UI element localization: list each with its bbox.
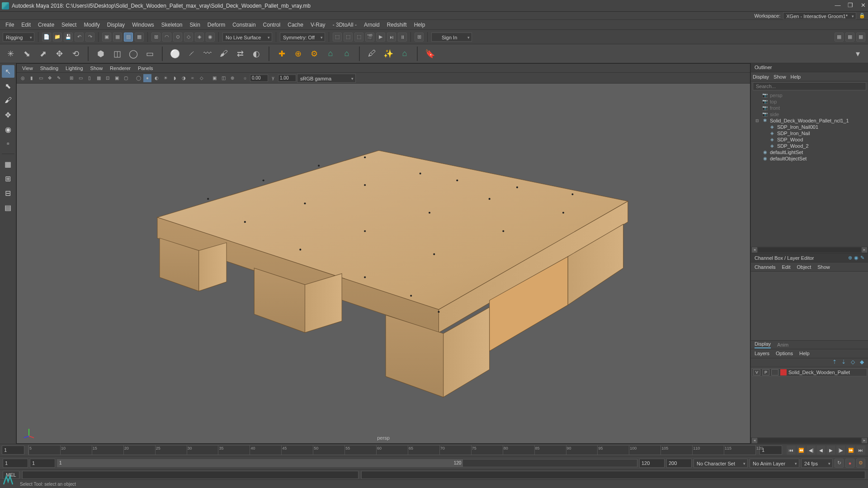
shelf-expand-icon[interactable]: ▾ [851, 47, 864, 61]
symmetry-dropdown[interactable]: Symmetry: Off [280, 33, 325, 42]
step-back-key-button[interactable]: ⏪ [797, 446, 806, 455]
vp-menu-show[interactable]: Show [87, 65, 107, 72]
vp-wireframe-icon[interactable]: ◯ [134, 74, 142, 82]
goto-end-button[interactable]: ⏭ [856, 446, 865, 455]
layer-new-selected-icon[interactable]: ◆ [858, 359, 865, 366]
select-component-button[interactable]: ▨ [124, 33, 133, 42]
vp-aa-icon[interactable]: ◇ [198, 74, 206, 82]
menu-modify[interactable]: Modify [80, 20, 103, 29]
vp-menu-shading[interactable]: Shading [37, 65, 62, 72]
layer-movedown-icon[interactable]: ⇣ [840, 359, 847, 366]
scale-tool-button[interactable]: ▫ [2, 137, 14, 150]
command-input[interactable] [22, 471, 359, 479]
outliner-item[interactable]: ◈SDP_Iron_Nail [753, 130, 866, 136]
layout-custom-button[interactable]: ▤ [2, 201, 14, 214]
snap-grid-button[interactable]: ⊞ [151, 33, 160, 42]
layer-name[interactable]: Solid_Deck_Wooden_Pallet [788, 370, 850, 375]
outliner-menu-help[interactable]: Help [791, 74, 801, 80]
ipr-render-button[interactable]: ⏯ [387, 33, 396, 42]
toggle-channelbox-button[interactable]: ▦ [835, 33, 844, 42]
outliner-item[interactable]: ◈SDP_Wood [753, 136, 866, 143]
shelf-paint-weight-icon[interactable]: 🖌 [217, 47, 231, 61]
vp-resolution-gate-icon[interactable]: ▯ [85, 74, 94, 82]
channelbox-icon-1[interactable]: ⊕ [848, 255, 852, 261]
fps-dropdown[interactable]: 24 fps [801, 459, 833, 468]
snap-live-button[interactable]: ◈ [195, 33, 204, 42]
rotate-tool-button[interactable]: ◉ [2, 123, 14, 136]
menu-arnold[interactable]: Arnold [360, 20, 383, 29]
vp-image-plane-icon[interactable]: ▭ [37, 74, 45, 82]
ch-menu-object[interactable]: Object [797, 264, 811, 270]
render-frame-button[interactable]: ▶ [376, 33, 385, 42]
vp-safe-title-icon[interactable]: ▢ [122, 74, 130, 82]
shelf-gear-icon[interactable]: ⚙ [307, 47, 321, 61]
outliner-item[interactable]: 📷top [753, 99, 866, 105]
workspace-dropdown[interactable]: XGen - Interactive Groom1* [783, 12, 856, 19]
outliner-item[interactable]: ◉defaultObjectSet [753, 155, 866, 162]
vp-gamma-icon[interactable]: γ [269, 74, 277, 82]
menu-edit[interactable]: Edit [18, 20, 34, 29]
vp-isolate-icon[interactable]: ▣ [210, 74, 218, 82]
shelf-house2-icon[interactable]: ⌂ [340, 47, 354, 61]
vp-menu-lighting[interactable]: Lighting [62, 65, 87, 72]
channelbox-icon-2[interactable]: ◉ [854, 255, 859, 261]
play-forward-button[interactable]: ▶ [826, 446, 835, 455]
step-forward-key-button[interactable]: ⏩ [846, 446, 855, 455]
outliner-item[interactable]: ◈SDP_Wood_2 [753, 143, 866, 149]
ch-menu-edit[interactable]: Edit [782, 264, 790, 270]
menu-help[interactable]: Help [410, 20, 429, 29]
shelf-constraint-icon[interactable]: ⊕ [291, 47, 305, 61]
outliner-hscroll[interactable]: ◂ ▸ [751, 247, 868, 253]
vp-shaded-icon[interactable]: ● [143, 74, 151, 82]
outliner-item[interactable]: 📷persp [753, 92, 866, 99]
vp-lights-icon[interactable]: ☀ [161, 74, 170, 82]
vp-exposure-icon[interactable]: ☼ [241, 74, 249, 82]
menu-control[interactable]: Control [259, 20, 284, 29]
anim-layer-dropdown[interactable]: No Anim Layer [750, 459, 799, 468]
select-object-button[interactable]: ▦ [113, 33, 122, 42]
shelf-magic-icon[interactable]: ✨ [382, 47, 395, 61]
vp-textured-icon[interactable]: ◐ [152, 74, 160, 82]
vp-xray-icon[interactable]: ◫ [219, 74, 227, 82]
shelf-paint-icon[interactable]: ⬈ [36, 47, 50, 61]
layer-color-swatch[interactable] [780, 369, 787, 375]
menu-3dtoall[interactable]: - 3DtoAll - [329, 20, 360, 29]
menu-skeleton[interactable]: Skeleton [158, 20, 186, 29]
vp-xray-joints-icon[interactable]: ⊕ [228, 74, 236, 82]
inputs-button[interactable]: ⬚ [333, 33, 342, 42]
autokey-button[interactable]: ● [845, 459, 854, 468]
snap-view-button[interactable]: ◉ [206, 33, 215, 42]
layer-menu-help[interactable]: Help [799, 351, 810, 356]
layer-row[interactable]: V P Solid_Deck_Wooden_Pallet [752, 368, 867, 376]
menu-windows[interactable]: Windows [128, 20, 158, 29]
select-template-button[interactable]: ▩ [135, 33, 144, 42]
maximize-button[interactable]: ❐ [847, 3, 854, 9]
range-slider-handle[interactable]: 1 120 [57, 460, 463, 467]
outliner-item[interactable]: ◈SDP_Iron_Nail001 [753, 124, 866, 130]
viewport-canvas[interactable]: persp [17, 84, 750, 443]
outliner-tree[interactable]: 📷persp📷top📷front📷side⊟✱Solid_Deck_Wooden… [751, 91, 868, 247]
shelf-rotate-icon[interactable]: ⟲ [69, 47, 82, 61]
shelf-house1-icon[interactable]: ⌂ [324, 47, 337, 61]
shelf-lasso-icon[interactable]: ⬊ [20, 47, 33, 61]
menu-create[interactable]: Create [34, 20, 58, 29]
menu-deform[interactable]: Deform [204, 20, 229, 29]
menu-select[interactable]: Select [58, 20, 80, 29]
snap-curve-button[interactable]: ◠ [162, 33, 171, 42]
shelf-cylinder-icon[interactable]: ◯ [127, 47, 140, 61]
shelf-plane-icon[interactable]: ▭ [143, 47, 156, 61]
vp-menu-renderer[interactable]: Renderer [106, 65, 134, 72]
vp-menu-panels[interactable]: Panels [134, 65, 157, 72]
vp-shadows-icon[interactable]: ◗ [170, 74, 179, 82]
ch-menu-channels[interactable]: Channels [755, 264, 775, 270]
shelf-skin-icon[interactable]: 〰 [201, 47, 214, 61]
menuset-dropdown[interactable]: Rigging [3, 33, 34, 42]
scroll-left-icon[interactable]: ◂ [752, 438, 757, 443]
render-view-button[interactable]: 🎬 [365, 33, 374, 42]
vp-motion-blur-icon[interactable]: ≈ [189, 74, 197, 82]
vp-grease-icon[interactable]: ✎ [55, 74, 63, 82]
select-hierarchy-button[interactable]: ▣ [102, 33, 111, 42]
vp-ao-icon[interactable]: ◑ [179, 74, 188, 82]
shelf-translate-icon[interactable]: ✥ [52, 47, 66, 61]
menu-redshift[interactable]: Redshift [383, 20, 410, 29]
